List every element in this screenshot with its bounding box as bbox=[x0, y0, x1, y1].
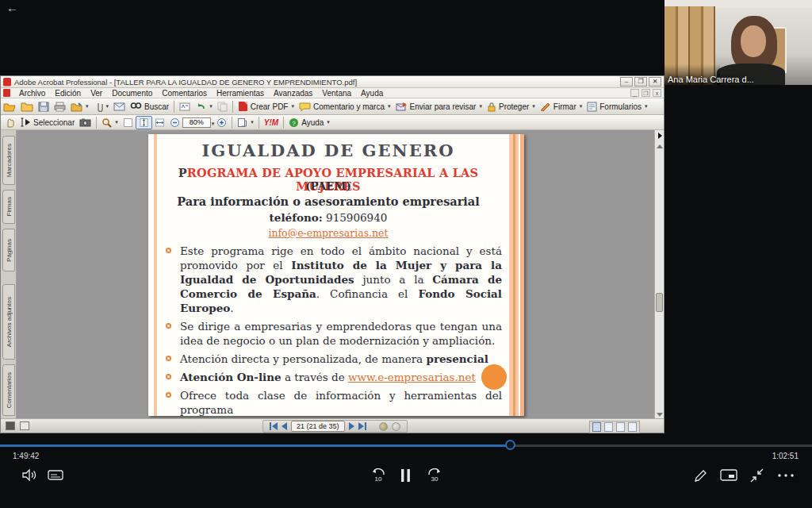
restore-button[interactable]: ❐ bbox=[634, 77, 647, 87]
doc-restore-button[interactable]: ❐ bbox=[642, 89, 650, 97]
attach-button[interactable] bbox=[91, 101, 112, 113]
slide-email-row: info@e-empresarias.net bbox=[148, 227, 508, 239]
zoom-level-input[interactable] bbox=[182, 117, 211, 128]
organizer-button[interactable] bbox=[18, 101, 36, 113]
page-number-box[interactable]: 21 (21 de 35) bbox=[291, 421, 345, 432]
help-button[interactable]: ? Ayuda bbox=[286, 117, 332, 129]
document-status-icon[interactable] bbox=[6, 421, 15, 430]
zoom-in-button[interactable] bbox=[214, 117, 229, 129]
toolbar-overflow-arrow[interactable] bbox=[658, 133, 662, 139]
bullet-marker bbox=[166, 392, 171, 398]
tab-comentarios[interactable]: Comentarios bbox=[2, 364, 15, 416]
skip-back-10-button[interactable]: 10 bbox=[370, 468, 387, 484]
captions-button[interactable] bbox=[48, 468, 63, 482]
menu-ventana[interactable]: Ventana bbox=[317, 89, 356, 98]
slide-paem: (PAEM) bbox=[148, 179, 508, 192]
create-pdf-label: Crear PDF bbox=[251, 102, 289, 111]
last-page-button[interactable] bbox=[358, 422, 366, 430]
forms-button[interactable]: Formularios bbox=[584, 101, 649, 113]
tab-firmas[interactable]: Firmas bbox=[2, 190, 15, 224]
vertical-scrollbar[interactable] bbox=[654, 130, 664, 420]
back-arrow-icon[interactable]: ← bbox=[6, 1, 18, 14]
send-review-button[interactable]: Enviar para revisar bbox=[393, 101, 485, 112]
doc-close-button[interactable]: x bbox=[653, 89, 661, 97]
acrobat-app-icon bbox=[3, 78, 11, 87]
bullet-item: Se dirige a empresarias y emprendedoras … bbox=[163, 319, 502, 348]
doc-minimize-button[interactable]: _ bbox=[630, 89, 639, 97]
layers-status-icon[interactable] bbox=[20, 421, 29, 430]
search-button[interactable]: Buscar bbox=[128, 101, 171, 112]
protect-label: Proteger bbox=[499, 102, 529, 111]
previous-page-button[interactable] bbox=[282, 422, 287, 430]
more-options-button[interactable] bbox=[777, 473, 795, 478]
skip-forward-30-button[interactable]: 30 bbox=[426, 468, 443, 484]
menu-comentarios[interactable]: Comentarios bbox=[157, 89, 212, 98]
save-button[interactable] bbox=[36, 101, 52, 113]
export-button[interactable] bbox=[68, 101, 91, 113]
bullet-item: Este programa rige en todo el ámbito nac… bbox=[163, 244, 502, 315]
collapse-view-button[interactable] bbox=[749, 468, 764, 483]
page-display-button[interactable] bbox=[235, 117, 256, 129]
tab-paginas[interactable]: Páginas bbox=[2, 229, 15, 271]
menu-ver[interactable]: Ver bbox=[86, 89, 107, 98]
email-link[interactable]: info@e-empresarias.net bbox=[268, 227, 388, 239]
spellcheck-button[interactable] bbox=[177, 101, 193, 113]
open-button[interactable] bbox=[1, 101, 18, 113]
fit-width-button[interactable] bbox=[152, 117, 167, 129]
email-button[interactable] bbox=[111, 101, 128, 112]
scrollbar-thumb[interactable] bbox=[656, 293, 663, 312]
undo-button[interactable] bbox=[193, 101, 215, 112]
sign-button[interactable]: Firmar bbox=[538, 101, 584, 112]
snapshot-button[interactable] bbox=[77, 117, 94, 128]
previous-view-button[interactable] bbox=[379, 422, 388, 431]
actual-size-button[interactable] bbox=[121, 117, 136, 129]
yahoo-messenger-button[interactable]: Y!M bbox=[262, 117, 281, 128]
menu-herramientas[interactable]: Herramientas bbox=[212, 89, 269, 98]
continuous-facing-view-button[interactable] bbox=[616, 422, 625, 432]
copy-button[interactable] bbox=[215, 101, 230, 113]
scroll-down-arrow[interactable] bbox=[657, 413, 663, 417]
hand-tool-button[interactable] bbox=[2, 117, 18, 129]
menu-avanzadas[interactable]: Avanzadas bbox=[269, 89, 317, 98]
close-button[interactable]: ✕ bbox=[649, 77, 661, 87]
slide-info-line: Para información o asesoramiento empresa… bbox=[148, 194, 508, 208]
select-tool-button[interactable]: Seleccionar bbox=[18, 117, 77, 128]
webcam-tile[interactable]: Ana Maria Carrera d... bbox=[665, 0, 812, 85]
first-page-button[interactable] bbox=[270, 422, 278, 430]
zoom-out-button[interactable] bbox=[167, 117, 182, 129]
window-titlebar[interactable]: Adobe Acrobat Professional - [TALLER PAR… bbox=[1, 76, 664, 88]
remaining-time: 1:02:51 bbox=[772, 452, 799, 460]
menu-ayuda[interactable]: Ayuda bbox=[356, 89, 388, 98]
menu-archivo[interactable]: Archivo bbox=[14, 89, 50, 98]
minimize-button[interactable]: – bbox=[620, 77, 633, 87]
website-link[interactable]: www.e-empresarias.net bbox=[348, 371, 476, 383]
picture-in-picture-button[interactable] bbox=[720, 468, 737, 482]
video-progress-bar[interactable] bbox=[0, 444, 812, 447]
next-page-button[interactable] bbox=[349, 422, 354, 430]
next-view-button[interactable] bbox=[392, 422, 400, 431]
continuous-view-button[interactable] bbox=[604, 422, 613, 432]
scroll-up-arrow[interactable] bbox=[657, 144, 663, 148]
navigation-tab-strip: Marcadores Firmas Páginas Archivos adjun… bbox=[1, 130, 17, 420]
zoom-tool-button[interactable] bbox=[99, 117, 121, 129]
playhead-handle[interactable] bbox=[505, 440, 515, 450]
menu-edicion[interactable]: Edición bbox=[50, 89, 86, 98]
bullet-marker bbox=[166, 374, 171, 379]
pause-button[interactable] bbox=[400, 468, 411, 483]
pdf-page[interactable]: IGUALDAD DE GENERO PROGRAMA DE APOYO EMP… bbox=[148, 134, 524, 416]
main-toolbar: Buscar Crear PDF Comentario y marca Envi… bbox=[1, 98, 664, 115]
create-pdf-button[interactable]: Crear PDF bbox=[236, 100, 297, 113]
menu-documento[interactable]: Documento bbox=[107, 89, 157, 98]
comment-markup-button[interactable]: Comentario y marca bbox=[297, 101, 393, 113]
facing-view-button[interactable] bbox=[628, 422, 637, 432]
bullet-item: Atención directa y personalizada, de man… bbox=[163, 352, 502, 366]
tab-marcadores[interactable]: Marcadores bbox=[2, 136, 15, 185]
single-page-view-button[interactable] bbox=[592, 422, 601, 432]
tab-archivos-adjuntos[interactable]: Archivos adjuntos bbox=[2, 284, 15, 360]
select-tool-label: Seleccionar bbox=[33, 118, 75, 127]
print-button[interactable] bbox=[52, 101, 68, 113]
protect-button[interactable]: Proteger bbox=[485, 101, 538, 113]
volume-button[interactable] bbox=[21, 468, 37, 482]
annotate-pen-button[interactable] bbox=[693, 468, 708, 483]
fit-page-button[interactable] bbox=[136, 116, 152, 129]
